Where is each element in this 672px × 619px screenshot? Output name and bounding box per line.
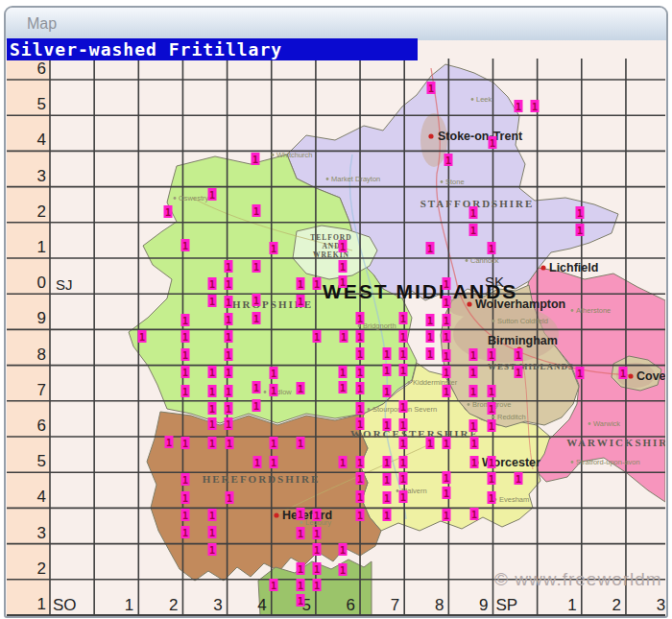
record-marker[interactable]: 1	[576, 206, 585, 219]
record-marker[interactable]: 1	[313, 527, 322, 539]
record-marker[interactable]: 1	[339, 381, 348, 393]
record-marker[interactable]: 1	[470, 437, 479, 449]
record-marker[interactable]: 1	[356, 312, 365, 324]
record-marker[interactable]: 1	[181, 314, 190, 326]
record-marker[interactable]: 1	[270, 437, 278, 449]
record-marker[interactable]: 1	[208, 402, 217, 415]
record-marker[interactable]: 1	[576, 367, 585, 379]
record-marker[interactable]: 1	[356, 402, 365, 415]
record-marker[interactable]: 1	[208, 526, 217, 538]
record-marker[interactable]: 1	[399, 330, 408, 343]
record-marker[interactable]: 1	[488, 385, 496, 397]
record-marker[interactable]: 1	[515, 366, 523, 378]
record-marker[interactable]: 1	[225, 313, 233, 325]
record-marker[interactable]: 1	[270, 384, 278, 396]
record-marker[interactable]: 1	[399, 400, 408, 413]
record-marker[interactable]: 1	[208, 437, 217, 449]
record-marker[interactable]: 1	[313, 509, 322, 521]
record-marker[interactable]: 1	[469, 366, 478, 378]
record-marker[interactable]: 1	[383, 456, 392, 468]
record-marker[interactable]: 1	[181, 348, 190, 361]
record-marker[interactable]: 1	[356, 472, 365, 485]
record-marker[interactable]: 1	[225, 330, 233, 343]
record-marker[interactable]: 1	[356, 347, 365, 360]
record-marker[interactable]: 1	[252, 153, 260, 165]
record-marker[interactable]: 1	[208, 385, 217, 397]
record-marker[interactable]: 1	[356, 509, 365, 521]
record-marker[interactable]: 1	[225, 385, 233, 397]
record-marker[interactable]: 1	[226, 491, 234, 504]
record-marker[interactable]: 1	[270, 456, 278, 468]
record-marker[interactable]: 1	[181, 239, 190, 251]
record-marker[interactable]: 1	[426, 242, 435, 254]
record-marker[interactable]: 1	[399, 364, 408, 376]
record-marker[interactable]: 1	[426, 437, 435, 449]
record-marker[interactable]: 1	[399, 456, 408, 468]
record-marker[interactable]: 1	[225, 277, 233, 290]
record-marker[interactable]: 1	[383, 347, 392, 360]
record-marker[interactable]: 1	[164, 205, 173, 218]
record-marker[interactable]: 1	[399, 472, 408, 485]
record-marker[interactable]: 1	[297, 562, 305, 575]
record-marker[interactable]: 1	[399, 347, 408, 360]
record-marker[interactable]: 1	[339, 275, 348, 288]
record-marker[interactable]: 1	[515, 100, 523, 112]
record-marker[interactable]: 1	[356, 366, 365, 378]
record-marker[interactable]: 1	[313, 543, 322, 556]
record-marker[interactable]: 1	[339, 240, 348, 252]
record-marker[interactable]: 1	[443, 277, 451, 290]
record-marker[interactable]: 1	[270, 367, 278, 379]
record-marker[interactable]: 1	[313, 277, 322, 290]
record-marker[interactable]: 1	[383, 385, 392, 397]
record-marker[interactable]: 1	[399, 312, 408, 324]
record-marker[interactable]: 1	[356, 330, 365, 343]
record-marker[interactable]: 1	[226, 437, 234, 449]
record-marker[interactable]: 1	[399, 490, 408, 503]
record-marker[interactable]: 1	[208, 188, 217, 201]
record-marker[interactable]: 1	[356, 456, 365, 468]
record-marker[interactable]: 1	[469, 419, 478, 432]
record-marker[interactable]: 1	[576, 224, 585, 236]
record-marker[interactable]: 1	[339, 563, 348, 576]
record-marker[interactable]: 1	[252, 399, 261, 412]
record-marker[interactable]: 1	[181, 526, 190, 538]
record-marker[interactable]: 1	[426, 347, 435, 360]
record-marker[interactable]: 1	[340, 330, 348, 343]
record-marker[interactable]: 1	[443, 437, 451, 449]
record-marker[interactable]: 1	[619, 367, 628, 379]
record-marker[interactable]: 1	[297, 277, 305, 290]
record-marker[interactable]: 1	[181, 509, 190, 521]
record-marker[interactable]: 1	[399, 437, 408, 449]
record-marker[interactable]: 1	[399, 418, 408, 431]
record-marker[interactable]: 1	[469, 224, 478, 236]
record-marker[interactable]: 1	[488, 402, 496, 415]
record-marker[interactable]: 1	[488, 472, 496, 485]
record-marker[interactable]: 1	[383, 509, 392, 521]
record-marker[interactable]: 1	[225, 296, 233, 308]
record-marker[interactable]: 1	[225, 402, 233, 415]
record-marker[interactable]: 1	[470, 456, 479, 468]
record-marker[interactable]: 1	[469, 385, 478, 397]
record-marker[interactable]: 1	[181, 473, 190, 486]
record-marker[interactable]: 1	[426, 314, 435, 326]
record-marker[interactable]: 1	[252, 294, 261, 306]
record-marker[interactable]: 1	[181, 491, 190, 504]
record-marker[interactable]: 1	[443, 349, 451, 362]
record-marker[interactable]: 1	[252, 204, 261, 217]
record-marker[interactable]: 1	[181, 366, 190, 378]
record-marker[interactable]: 1	[443, 296, 451, 308]
record-marker[interactable]: 1	[443, 385, 451, 397]
record-marker[interactable]: 1	[297, 508, 305, 520]
record-marker[interactable]: 1	[426, 330, 435, 343]
record-marker[interactable]: 1	[339, 260, 348, 273]
record-marker[interactable]: 1	[270, 579, 278, 591]
record-marker[interactable]: 1	[383, 418, 392, 431]
record-marker[interactable]: 1	[181, 437, 190, 449]
record-marker[interactable]: 1	[515, 348, 523, 361]
record-marker[interactable]: 1	[313, 579, 322, 591]
record-marker[interactable]: 1	[339, 366, 348, 378]
record-marker[interactable]: 1	[297, 295, 305, 307]
record-marker[interactable]: 1	[313, 562, 322, 575]
record-marker[interactable]: 1	[488, 242, 496, 254]
record-marker[interactable]: 1	[515, 472, 523, 485]
